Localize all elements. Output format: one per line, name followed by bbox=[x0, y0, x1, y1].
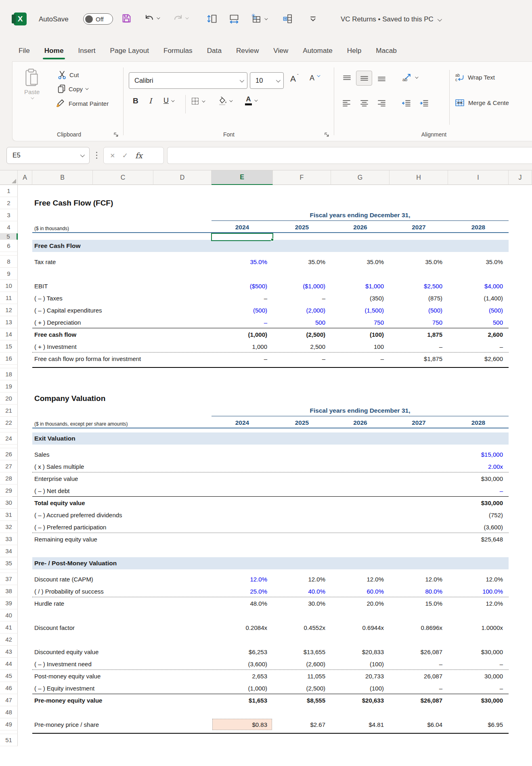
cell-G44[interactable]: (100) bbox=[331, 658, 384, 670]
decrease-indent-button[interactable] bbox=[402, 100, 411, 107]
cell-H11[interactable]: (875) bbox=[390, 292, 442, 304]
cancel-button[interactable]: × bbox=[110, 151, 115, 160]
row-header-10[interactable]: 10 bbox=[0, 280, 18, 292]
cell-F8[interactable]: 35.0% bbox=[273, 256, 325, 268]
row-header-40[interactable]: 40 bbox=[0, 609, 18, 621]
cell-G37[interactable]: 12.0% bbox=[331, 573, 384, 585]
cell-I32[interactable]: (3,600) bbox=[448, 521, 503, 533]
cell-H43[interactable]: $26,087 bbox=[390, 646, 442, 658]
cell-I12[interactable]: (500) bbox=[448, 304, 503, 316]
row-header-39[interactable]: 39 bbox=[0, 597, 18, 609]
row-header-25[interactable] bbox=[0, 445, 18, 448]
row-header-36[interactable] bbox=[0, 569, 18, 573]
cell-I33[interactable]: $25,648 bbox=[448, 533, 503, 545]
cell-B6[interactable]: Free Cash Flow bbox=[34, 240, 204, 252]
cell-E11[interactable]: – bbox=[212, 292, 267, 304]
cell-G11[interactable]: (350) bbox=[331, 292, 384, 304]
cell-B39[interactable]: Hurdle rate bbox=[34, 597, 209, 609]
cell-B16[interactable]: Free cash flow pro forma for investment bbox=[34, 353, 209, 365]
cell-B37[interactable]: Discount rate (CAPM) bbox=[34, 573, 209, 585]
formula-bar-handle[interactable] bbox=[96, 152, 97, 153]
cell-H13[interactable]: 750 bbox=[390, 316, 442, 328]
column-header-C[interactable]: C bbox=[93, 170, 153, 185]
cell-F43[interactable]: $13,655 bbox=[273, 646, 325, 658]
decrease-font-button[interactable]: A bbox=[310, 74, 319, 82]
cell-B35[interactable]: Pre- / Post-Money Valuation bbox=[34, 557, 204, 569]
copy-button[interactable]: Copy bbox=[57, 84, 88, 94]
insert-function-button[interactable]: fx bbox=[135, 151, 142, 160]
insert-cells-button[interactable] bbox=[282, 13, 293, 24]
column-header-A[interactable]: A bbox=[18, 170, 32, 185]
cell-I30[interactable]: $30,000 bbox=[448, 497, 503, 509]
cell-E49[interactable]: $0.83 bbox=[212, 718, 267, 730]
cell-I45[interactable]: 30,000 bbox=[448, 670, 503, 682]
row-header-46[interactable]: 46 bbox=[0, 682, 18, 694]
cell-H15[interactable]: – bbox=[390, 340, 442, 353]
cell-I41[interactable]: 1.0000x bbox=[448, 621, 503, 634]
cell-G15[interactable]: 100 bbox=[331, 340, 384, 353]
align-right-button[interactable] bbox=[377, 100, 386, 107]
row-header-1[interactable]: 1 bbox=[0, 185, 18, 197]
merge-center-button[interactable]: Merge & Cente bbox=[455, 99, 509, 107]
cell-H14[interactable]: 1,875 bbox=[390, 328, 442, 340]
cell-B22[interactable]: ($ in thousands, except per share amount… bbox=[34, 417, 168, 429]
save-button[interactable] bbox=[121, 13, 132, 23]
row-header-3[interactable]: 3 bbox=[0, 209, 18, 221]
row-header-15[interactable]: 15 bbox=[0, 340, 18, 353]
clipboard-dialog-launcher[interactable] bbox=[113, 132, 119, 137]
column-width-button[interactable] bbox=[228, 13, 240, 24]
column-header-B[interactable]: B bbox=[32, 170, 93, 185]
cell-B32[interactable]: ( – ) Preferred participation bbox=[34, 521, 209, 533]
cell-I44[interactable]: – bbox=[448, 658, 503, 670]
font-size-combo[interactable]: 10 bbox=[250, 72, 284, 89]
cell-F37[interactable]: 12.0% bbox=[273, 573, 325, 585]
cell-B27[interactable]: ( x ) Sales multiple bbox=[34, 460, 209, 472]
row-header-5[interactable]: 5 bbox=[0, 233, 18, 240]
cell-I14[interactable]: 2,600 bbox=[448, 328, 503, 340]
cell-B12[interactable]: ( – ) Capital expenditures bbox=[34, 304, 209, 316]
document-title[interactable]: VC Returns • Saved to this PC bbox=[341, 15, 441, 23]
cell-G43[interactable]: $20,833 bbox=[331, 646, 384, 658]
cell-F38[interactable]: 40.0% bbox=[273, 585, 325, 597]
cell-G45[interactable]: 20,733 bbox=[331, 670, 384, 682]
cell-E12[interactable]: (500) bbox=[212, 304, 267, 316]
cell-B30[interactable]: Total equity value bbox=[34, 497, 209, 509]
row-header-42[interactable]: 42 bbox=[0, 634, 18, 646]
orientation-button[interactable]: ab bbox=[402, 73, 417, 82]
row-header-47[interactable]: 47 bbox=[0, 694, 18, 706]
cell-G4[interactable]: 2026 bbox=[331, 221, 390, 233]
cell-B44[interactable]: ( – ) Investment need bbox=[34, 658, 209, 670]
cell-F12[interactable]: (2,000) bbox=[273, 304, 325, 316]
cell-E45[interactable]: 2,653 bbox=[212, 670, 267, 682]
cell-F47[interactable]: $8,555 bbox=[273, 694, 325, 706]
row-height-button[interactable] bbox=[207, 13, 218, 24]
tab-macab[interactable]: Macab bbox=[369, 40, 404, 61]
cell-E39[interactable]: 48.0% bbox=[212, 597, 267, 609]
font-name-combo[interactable]: Calibri bbox=[129, 72, 247, 89]
row-header-33[interactable]: 33 bbox=[0, 533, 18, 545]
cell-G10[interactable]: $1,000 bbox=[331, 280, 384, 292]
align-top-button[interactable] bbox=[343, 75, 351, 82]
cell-I10[interactable]: $4,000 bbox=[448, 280, 503, 292]
row-header-26[interactable]: 26 bbox=[0, 448, 18, 460]
row-header-28[interactable]: 28 bbox=[0, 472, 18, 485]
row-header-49[interactable]: 49 bbox=[0, 718, 18, 730]
row-header-9[interactable]: 9 bbox=[0, 268, 18, 280]
cell-F11[interactable]: – bbox=[273, 292, 325, 304]
cell-B26[interactable]: Sales bbox=[34, 448, 209, 460]
cell-I31[interactable]: (752) bbox=[448, 509, 503, 521]
cell-F46[interactable]: (2,500) bbox=[273, 682, 325, 694]
column-header-F[interactable]: F bbox=[273, 170, 331, 185]
cell-F41[interactable]: 0.4552x bbox=[273, 621, 325, 634]
tab-home[interactable]: Home bbox=[37, 40, 71, 61]
cell-G22[interactable]: 2026 bbox=[331, 417, 390, 429]
cell-B2[interactable]: Free Cash Flow (FCF) bbox=[34, 196, 244, 210]
cell-H4[interactable]: 2027 bbox=[390, 221, 448, 233]
cell-B41[interactable]: Discount factor bbox=[34, 621, 209, 634]
row-header-6[interactable]: 6 bbox=[0, 240, 18, 252]
italic-button[interactable]: I bbox=[149, 97, 152, 105]
cell-F4[interactable]: 2025 bbox=[273, 221, 331, 233]
borders-button[interactable] bbox=[191, 97, 204, 105]
row-header-43[interactable]: 43 bbox=[0, 646, 18, 658]
bold-button[interactable]: B bbox=[133, 97, 138, 105]
